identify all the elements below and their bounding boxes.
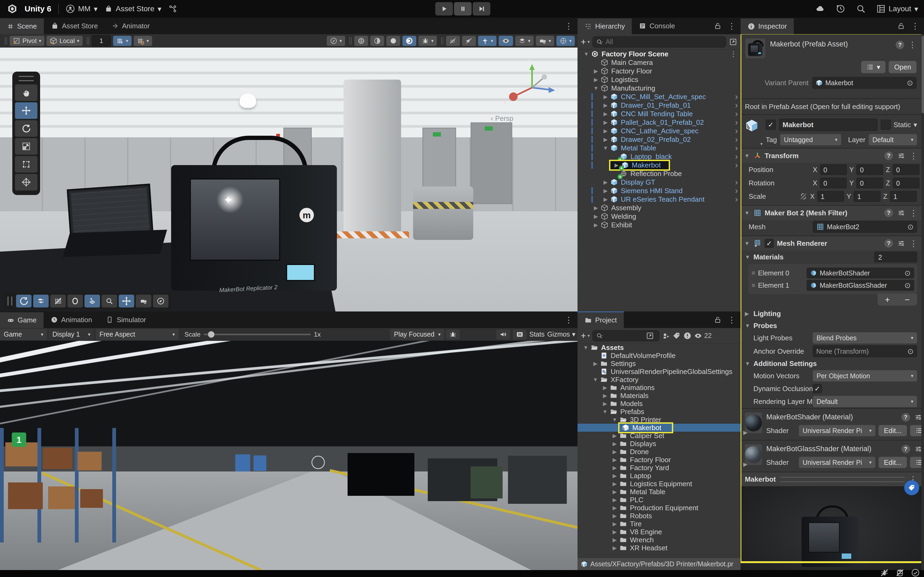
expander-icon[interactable]: ▼: [581, 345, 590, 351]
padlock-icon[interactable]: [897, 22, 905, 30]
orientation-gizmo[interactable]: y x z: [502, 58, 561, 117]
hierarchy-item-cnc-mill-set-active-spec[interactable]: ▶>CNC_Mill_Set_Active_spec›: [577, 92, 741, 101]
vsync-button[interactable]: [513, 329, 527, 340]
play-button[interactable]: [435, 2, 453, 16]
bug-slash-icon[interactable]: [880, 569, 889, 577]
db-slash-icon[interactable]: [896, 569, 904, 577]
grid-snap-button[interactable]: ▾: [134, 36, 152, 46]
cloud-icon[interactable]: [815, 4, 825, 14]
stats-button[interactable]: Stats: [529, 330, 544, 338]
drag-handle-icon[interactable]: ≡: [751, 282, 755, 289]
hierarchy-item-factory-floor-scene[interactable]: ▼Factory Floor Scene⋮: [577, 50, 741, 58]
object-picker-icon[interactable]: ⊙: [905, 281, 911, 290]
lighting-foldout[interactable]: ▶ Lighting: [741, 307, 921, 320]
camera-settings-dropdown[interactable]: ▾: [536, 36, 554, 46]
project-item-xr-headset[interactable]: ▶XR Headset: [577, 544, 741, 552]
transform-tool[interactable]: [15, 174, 37, 190]
project-item-materials[interactable]: ▶Materials: [577, 392, 741, 400]
panel-menu-icon[interactable]: ⋮: [565, 315, 573, 324]
move-cross-tool[interactable]: [119, 295, 134, 308]
shader-dropdown[interactable]: Universal Render Pi▾: [799, 457, 876, 468]
header-menu-icon[interactable]: ⋮: [908, 40, 916, 50]
material-field[interactable]: MakerBotShader ⊙: [807, 268, 914, 278]
rotate-tool[interactable]: [15, 120, 37, 137]
rotation-x-field[interactable]: 0: [820, 177, 847, 188]
add-asset-button[interactable]: +▾: [581, 330, 590, 341]
hidden-count-toggle[interactable]: 22: [694, 332, 712, 340]
hierarchy-item-siemens-hmi-stand[interactable]: ▶Siemens HMI Stand›: [577, 187, 741, 195]
hierarchy-item-cnc-lathe-active-spec[interactable]: ▶>CNC_Lathe_Active_spec›: [577, 127, 741, 135]
expander-icon[interactable]: ▶: [610, 464, 619, 471]
light-probes-dropdown[interactable]: Blend Probes▾: [813, 332, 917, 343]
transform-header[interactable]: ▼ Transform ? ⋮: [741, 148, 921, 163]
tag-dropdown[interactable]: Untagged▾: [780, 134, 841, 145]
hierarchy-item-logistics[interactable]: ▶Logistics: [577, 75, 741, 84]
hierarchy-item-display-gt[interactable]: ▶>Display GT›: [577, 178, 741, 187]
camera-tool[interactable]: [136, 295, 151, 308]
project-item-plc[interactable]: ▶PLC: [577, 496, 741, 504]
project-item-metal-table[interactable]: ▶Metal Table: [577, 488, 741, 496]
scene-viewport[interactable]: ✦ m MakerBot Replicator 2 y x: [0, 48, 577, 311]
expander-icon[interactable]: ▼: [591, 85, 601, 91]
hierarchy-search-input[interactable]: [605, 38, 723, 46]
expander-icon[interactable]: ▶: [610, 440, 619, 447]
hierarchy-item-factory-floor[interactable]: ▶Factory Floor: [577, 67, 741, 75]
static-checkbox[interactable]: ✓: [881, 120, 891, 130]
project-item-assets[interactable]: ▼Assets: [577, 343, 741, 351]
presets-icon[interactable]: [897, 209, 905, 217]
persp-label[interactable]: ‹Persp: [491, 114, 513, 122]
presets-icon[interactable]: [914, 445, 921, 453]
remove-element-button[interactable]: −: [897, 294, 917, 306]
project-item-models[interactable]: ▶Models: [577, 400, 741, 408]
hierarchy-item-exhibit[interactable]: ▶Exhibit: [577, 221, 741, 229]
tab-scene[interactable]: Scene: [0, 18, 44, 34]
2d-toggle[interactable]: 2D: [446, 36, 460, 46]
expander-icon[interactable]: ▶: [610, 480, 619, 487]
tab-simulator[interactable]: Simulator: [99, 311, 153, 328]
move-tool[interactable]: [15, 102, 37, 119]
step-button[interactable]: [473, 2, 490, 16]
expander-icon[interactable]: ▶: [610, 448, 619, 455]
position-x-field[interactable]: 0: [820, 164, 847, 175]
expander-icon[interactable]: ▼: [582, 51, 591, 57]
grid-visibility-button[interactable]: Y▾: [113, 36, 132, 46]
shader-edit-button[interactable]: Edit...: [879, 457, 907, 468]
scale-y-field[interactable]: 1: [854, 191, 880, 201]
foldout-icon[interactable]: ▼: [744, 153, 750, 159]
effects-dropdown[interactable]: ▾: [478, 36, 496, 46]
component-menu-icon[interactable]: ⋮: [909, 151, 918, 161]
expander-icon[interactable]: ▶: [610, 488, 619, 495]
object-picker-icon[interactable]: ⊙: [905, 269, 911, 277]
scale-tool[interactable]: [15, 138, 37, 155]
tag-icon[interactable]: [673, 332, 681, 340]
plastic-scm-button[interactable]: [168, 5, 177, 13]
object-picker-icon[interactable]: ⊙: [907, 79, 913, 87]
expander-icon[interactable]: ▶: [610, 521, 619, 527]
gem-tool[interactable]: [84, 295, 100, 308]
game-viewport[interactable]: 1: [0, 341, 577, 570]
drag-handle-icon[interactable]: ≡: [751, 269, 755, 277]
expander-icon[interactable]: ▶: [601, 187, 610, 194]
audio-toggle[interactable]: [462, 36, 476, 46]
project-item-caliper-set[interactable]: ▶Caliper Set: [577, 432, 741, 440]
gameobject-name-field[interactable]: Makerbot: [779, 119, 877, 131]
project-item-v8-engine[interactable]: ▶V8 Engine: [577, 528, 741, 536]
draw-mode-dropdown[interactable]: ▾: [327, 36, 345, 46]
project-item-production-equipment[interactable]: ▶Production Equipment: [577, 504, 741, 512]
pick-window-icon[interactable]: [729, 38, 737, 46]
space-dropdown[interactable]: >Local▾: [47, 36, 82, 46]
help-icon[interactable]: ?: [884, 239, 893, 248]
tab-console[interactable]: Console: [632, 18, 682, 34]
mesh-filter-header[interactable]: ▼ Maker Bot 2 (Mesh Filter) ? ⋮: [741, 205, 921, 220]
presets-icon[interactable]: [914, 413, 921, 421]
aspect-dropdown[interactable]: Free Aspect▾: [96, 329, 179, 340]
shader-menu-button[interactable]: ▾: [910, 457, 921, 468]
chevron-down-icon[interactable]: ▾: [914, 121, 917, 129]
project-item-animations[interactable]: ▶Animations: [577, 384, 741, 392]
expander-icon[interactable]: ▶: [591, 68, 601, 74]
project-item-drone[interactable]: ▶Drone: [577, 448, 741, 456]
foldout-icon[interactable]: ▶: [743, 429, 747, 436]
layout-dropdown[interactable]: Layout ▾: [876, 4, 918, 13]
chevron-down-icon[interactable]: ▾: [760, 141, 762, 147]
expander-icon[interactable]: ▶: [610, 496, 619, 503]
